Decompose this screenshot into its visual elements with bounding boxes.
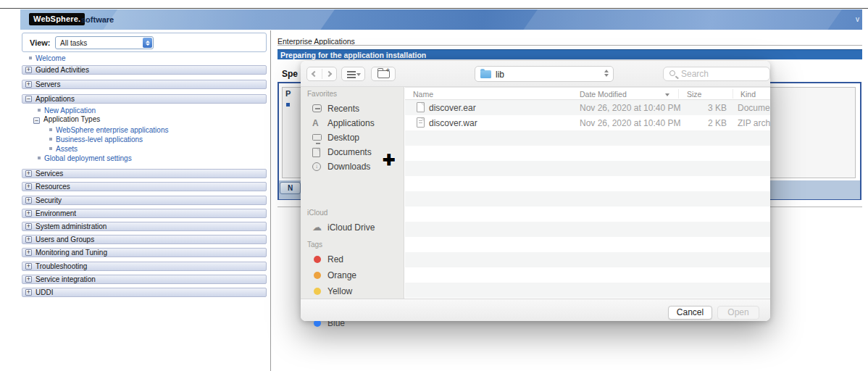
sidebar-item-recents[interactable]: Recents — [301, 101, 404, 116]
sidebar-item-tag-red[interactable]: Red — [301, 252, 404, 267]
banner-streak — [92, 9, 340, 30]
view-options-button[interactable] — [341, 67, 365, 81]
document-file-icon — [417, 102, 425, 112]
sidebar-divider — [270, 30, 271, 371]
sidebar-section-service-integration[interactable]: +Service integration — [22, 275, 267, 284]
breadcrumb-rule — [277, 45, 862, 46]
dialog-bottom-bar: Cancel Open — [301, 299, 770, 321]
sidebar-section-guided-activities[interactable]: +Guided Activities — [22, 65, 267, 75]
search-icon — [669, 70, 675, 76]
view-select[interactable]: All tasks — [55, 36, 154, 49]
sidebar-item-tag-yellow[interactable]: Yellow — [301, 284, 404, 299]
sidebar-item-welcome[interactable]: Welcome — [29, 54, 66, 62]
window-top-border — [0, 8, 868, 9]
websphere-banner: WebSphere. software v — [20, 9, 862, 30]
column-header-date-modified[interactable]: Date Modified — [580, 90, 627, 99]
sidebar-item-icloud-drive[interactable]: ☁ iCloud Drive — [301, 220, 404, 235]
sidebar-item-applications[interactable]: A Applications — [301, 116, 404, 130]
next-button[interactable]: N — [280, 182, 301, 194]
current-folder-dropdown[interactable]: lib — [475, 66, 614, 82]
dialog-sidebar: Favorites Recents A Applications Desktop… — [301, 87, 404, 299]
sidebar-section-services[interactable]: +Services — [22, 169, 267, 178]
expand-plus-icon[interactable]: + — [25, 249, 32, 256]
collapse-minus-icon[interactable]: − — [25, 96, 32, 102]
folder-stepper-icon — [604, 70, 609, 77]
back-button[interactable] — [312, 71, 317, 77]
icloud-drive-icon: ☁ — [312, 223, 322, 232]
cancel-button[interactable]: Cancel — [668, 306, 712, 320]
chevron-down-icon — [356, 73, 361, 76]
forward-button[interactable] — [326, 71, 332, 77]
search-field[interactable] — [663, 67, 770, 81]
open-button[interactable]: Open — [717, 306, 759, 320]
view-select-value: All tasks — [60, 39, 87, 47]
websphere-software-label: software — [81, 15, 114, 24]
dialog-toolbar: lib — [301, 61, 770, 87]
sidebar-section-system-administration[interactable]: +System administration — [22, 222, 267, 231]
favorites-label: Favorites — [307, 90, 337, 98]
expand-plus-icon[interactable]: + — [25, 276, 32, 283]
bullet-icon — [49, 128, 52, 131]
expand-plus-icon[interactable]: + — [25, 289, 32, 296]
bullet-icon — [29, 57, 32, 59]
expand-plus-icon[interactable]: + — [25, 170, 32, 177]
sidebar-item-assets[interactable]: Assets — [49, 145, 78, 153]
sidebar-item-websphere-enterprise-applications[interactable]: WebSphere enterprise applications — [49, 126, 168, 134]
recents-icon — [312, 104, 322, 112]
column-divider — [733, 89, 733, 99]
sidebar-item-tag-orange[interactable]: Orange — [301, 268, 404, 283]
sort-chevron-icon — [665, 93, 669, 96]
sidebar-section-resources[interactable]: +Resources — [22, 182, 267, 191]
path-label-fragment: P — [285, 89, 291, 98]
collapse-minus-icon[interactable]: − — [33, 117, 40, 124]
sidebar-section-security[interactable]: +Security — [22, 196, 267, 205]
column-header-name[interactable]: Name — [413, 90, 433, 99]
expand-plus-icon[interactable]: + — [25, 197, 32, 204]
search-input[interactable] — [681, 68, 767, 80]
column-header-kind[interactable]: Kind — [740, 90, 756, 99]
expand-plus-icon[interactable]: + — [25, 210, 32, 217]
tags-label: Tags — [307, 241, 322, 249]
sidebar-section-environment[interactable]: +Environment — [22, 209, 267, 218]
sidebar-item-global-deployment-settings[interactable]: Global deployment settings — [38, 154, 132, 162]
folder-icon — [480, 70, 491, 78]
new-folder-button[interactable] — [371, 67, 396, 81]
list-view-icon — [347, 74, 356, 75]
sidebar-item-business-level-applications[interactable]: Business-level applications — [49, 136, 143, 143]
expand-plus-icon[interactable]: + — [25, 223, 32, 230]
view-label: View: — [30, 38, 51, 47]
expand-plus-icon[interactable]: + — [25, 81, 32, 88]
expand-plus-icon[interactable]: + — [25, 67, 32, 73]
bullet-icon — [49, 138, 52, 141]
sidebar-section-applications[interactable]: −Applications — [22, 94, 267, 104]
icloud-label: iCloud — [307, 209, 327, 217]
sidebar-item-application-types[interactable]: −Application Types — [33, 115, 100, 124]
screen: WebSphere. software v View: All tasks We… — [0, 0, 868, 371]
expand-plus-icon[interactable]: + — [25, 263, 32, 270]
file-row-discover-war[interactable]: discover.war Nov 26, 2020 at 10:40 PM 2 … — [405, 115, 770, 130]
websphere-logo: WebSphere. — [29, 13, 85, 25]
sidebar-section-servers[interactable]: +Servers — [22, 80, 267, 89]
sidebar-section-monitoring-and-tuning[interactable]: +Monitoring and Tuning — [22, 248, 267, 257]
sidebar-item-new-application[interactable]: New Application — [38, 107, 96, 114]
banner-right-fragment: v — [856, 15, 859, 23]
sidebar-section-troubleshooting[interactable]: +Troubleshooting — [22, 262, 267, 271]
sidebar-section-uddi[interactable]: +UDDI — [22, 288, 267, 297]
downloads-icon: ↓ — [312, 162, 321, 171]
banner-streak — [512, 9, 847, 30]
file-list-header: Name Date Modified Size Kind — [405, 87, 770, 100]
archive-file-icon — [417, 117, 425, 128]
specify-heading-fragment: Spe — [282, 69, 298, 79]
sidebar-item-desktop[interactable]: Desktop — [301, 130, 404, 145]
sidebar-section-users-and-groups[interactable]: +Users and Groups — [22, 235, 267, 244]
column-divider — [678, 89, 679, 99]
yellow-tag-icon — [314, 288, 321, 295]
expand-plus-icon[interactable]: + — [25, 236, 32, 243]
radio-fragment[interactable] — [286, 103, 290, 107]
column-header-size[interactable]: Size — [687, 90, 701, 99]
file-row-discover-ear[interactable]: discover.ear Nov 26, 2020 at 10:40 PM 3 … — [405, 100, 770, 115]
expand-plus-icon[interactable]: + — [25, 183, 32, 190]
move-cursor: ✚ — [383, 151, 396, 169]
bullet-icon — [38, 157, 41, 159]
history-nav-group — [306, 67, 337, 81]
